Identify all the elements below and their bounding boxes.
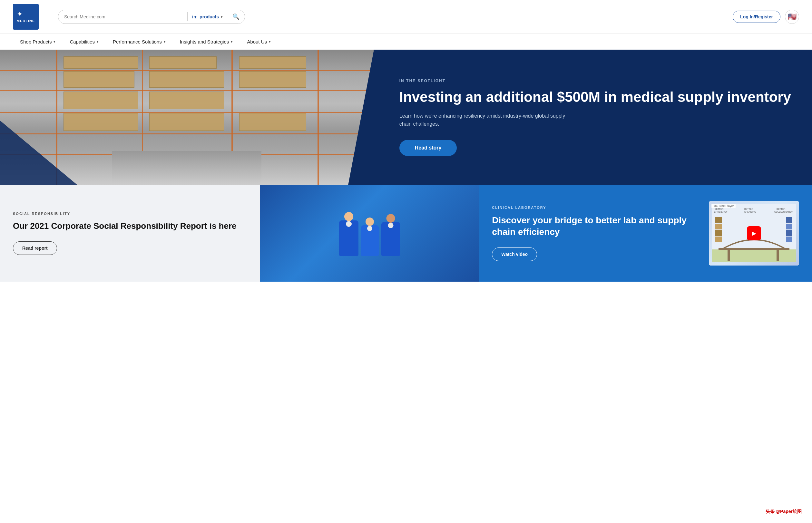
svg-text:BETTER: BETTER xyxy=(714,208,724,210)
video-thumbnail[interactable]: YouTube Player xyxy=(709,201,799,266)
social-card-label: SOCIAL RESPONSIBILITY xyxy=(13,212,247,216)
chevron-down-icon: ▾ xyxy=(269,40,271,44)
login-register-button[interactable]: Log In/Register xyxy=(733,11,780,23)
svg-rect-12 xyxy=(786,217,792,223)
watch-video-button[interactable]: Watch video xyxy=(492,248,537,261)
shelf-line xyxy=(0,70,374,71)
social-responsibility-card: SOCIAL RESPONSIBILITY Our 2021 Corporate… xyxy=(0,185,260,282)
svg-text:SPENDING: SPENDING xyxy=(744,211,756,213)
logo[interactable]: ✦ MEDLINE xyxy=(13,4,39,30)
svg-text:EFFICIENCY: EFFICIENCY xyxy=(714,211,727,213)
chevron-down-icon: ▾ xyxy=(164,40,166,44)
aisle-floor xyxy=(112,151,262,185)
header: ✦ MEDLINE in: products ▾ 🔍 Log In/Regist… xyxy=(0,0,812,34)
chevron-down-icon: ▾ xyxy=(221,15,223,19)
nav-item-performance-solutions[interactable]: Performance Solutions ▾ xyxy=(106,34,173,50)
svg-rect-4 xyxy=(777,248,779,261)
search-category-value: products xyxy=(199,14,219,19)
shelf-line xyxy=(0,112,374,113)
video-player-label: YouTube Player xyxy=(711,204,736,208)
hero-image xyxy=(0,50,374,185)
nav-item-insights-strategies[interactable]: Insights and Strategies ▾ xyxy=(173,34,240,50)
svg-rect-7 xyxy=(715,224,722,230)
lower-section: SOCIAL RESPONSIBILITY Our 2021 Corporate… xyxy=(0,185,812,282)
svg-text:BETTER: BETTER xyxy=(777,208,785,210)
svg-rect-1 xyxy=(712,249,796,262)
diagonal-overlay xyxy=(0,121,77,185)
box xyxy=(239,71,306,87)
search-prefix-label: in: xyxy=(192,14,198,19)
header-actions: Log In/Register 🇺🇸 xyxy=(733,10,799,24)
nav-item-shop-products[interactable]: Shop Products ▾ xyxy=(13,34,63,50)
hero-content: IN THE SPOTLIGHT Investing an additional… xyxy=(374,50,812,185)
search-category-selector[interactable]: in: products ▾ xyxy=(188,11,227,22)
box xyxy=(239,56,306,69)
hero-description: Learn how we're enhancing resiliency ami… xyxy=(400,112,573,128)
country-selector-button[interactable]: 🇺🇸 xyxy=(785,10,799,24)
read-report-button[interactable]: Read report xyxy=(13,241,57,255)
box xyxy=(149,71,224,87)
box xyxy=(149,91,224,109)
nav-item-about-us[interactable]: About Us ▾ xyxy=(240,34,278,50)
box xyxy=(239,113,306,131)
nav-label-performance-solutions: Performance Solutions xyxy=(113,39,162,44)
hero-spotlight-label: IN THE SPOTLIGHT xyxy=(400,79,793,83)
search-input[interactable] xyxy=(58,11,187,22)
svg-rect-10 xyxy=(786,230,792,236)
clinical-card-content: CLINICAL LABORATORY Discover your bridge… xyxy=(492,205,699,262)
volunteer-image xyxy=(260,185,479,282)
search-icon: 🔍 xyxy=(232,14,240,20)
box xyxy=(149,56,217,69)
clinical-laboratory-card: CLINICAL LABORATORY Discover your bridge… xyxy=(479,185,812,282)
search-bar: in: products ▾ 🔍 xyxy=(58,10,245,24)
svg-rect-3 xyxy=(727,248,730,261)
svg-rect-5 xyxy=(715,236,722,242)
nav-label-about-us: About Us xyxy=(247,39,267,44)
main-nav: Shop Products ▾ Capabilities ▾ Performan… xyxy=(0,34,812,50)
hero-title: Investing an additional $500M in medical… xyxy=(400,89,793,105)
hero-read-story-button[interactable]: Read story xyxy=(400,140,457,156)
logo-text: MEDLINE xyxy=(17,19,35,23)
chevron-down-icon: ▾ xyxy=(53,40,55,44)
box xyxy=(64,91,138,109)
box xyxy=(64,71,135,87)
chevron-down-icon: ▾ xyxy=(231,40,233,44)
hero-banner: IN THE SPOTLIGHT Investing an additional… xyxy=(0,50,812,185)
clinical-card-title: Discover your bridge to better lab and s… xyxy=(492,215,699,238)
chevron-down-icon: ▾ xyxy=(97,40,99,44)
box xyxy=(149,113,224,131)
shelf-line xyxy=(0,90,374,91)
svg-rect-11 xyxy=(786,224,792,230)
play-icon: ▶ xyxy=(752,230,756,237)
svg-rect-6 xyxy=(715,230,722,236)
logo-star: ✦ xyxy=(17,10,35,18)
nav-item-capabilities[interactable]: Capabilities ▾ xyxy=(63,34,106,50)
svg-text:BETTER: BETTER xyxy=(744,208,753,210)
svg-text:COLLABORATION: COLLABORATION xyxy=(774,211,793,213)
flag-icon: 🇺🇸 xyxy=(788,13,796,21)
nav-label-capabilities: Capabilities xyxy=(70,39,95,44)
nav-label-insights-strategies: Insights and Strategies xyxy=(180,39,229,44)
svg-rect-9 xyxy=(786,236,792,242)
clinical-card-label: CLINICAL LABORATORY xyxy=(492,205,699,210)
box xyxy=(64,56,138,69)
nav-label-shop-products: Shop Products xyxy=(20,39,52,44)
social-card-title: Our 2021 Corporate Social Responsibility… xyxy=(13,221,247,232)
search-button[interactable]: 🔍 xyxy=(227,10,245,23)
svg-rect-8 xyxy=(715,217,722,223)
